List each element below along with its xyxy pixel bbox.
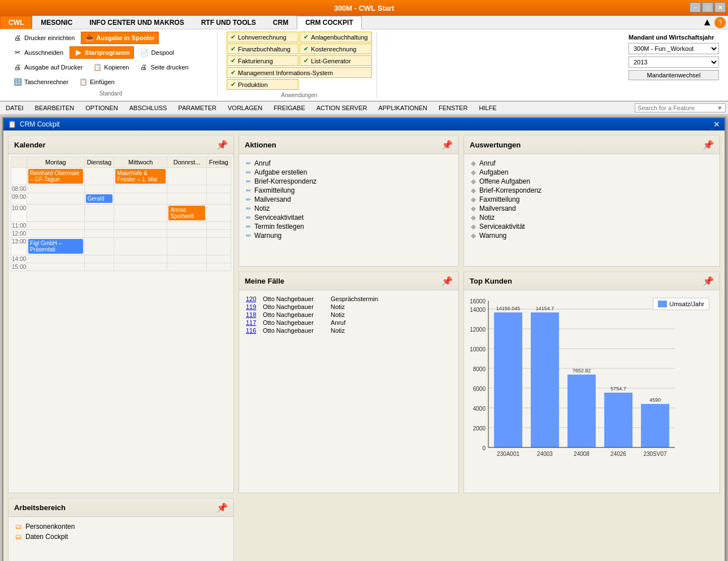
list-item[interactable]: ✏Anruf	[246, 159, 452, 168]
cal-header-mittwoch: Mittwoch	[114, 157, 167, 168]
menu-fenster[interactable]: FENSTER	[433, 103, 473, 113]
menu-parameter[interactable]: PARAMETER	[172, 103, 222, 113]
search-input[interactable]	[638, 105, 717, 111]
lohnverrechnung-button[interactable]: ✔ Lohnverrechnung	[227, 32, 298, 42]
search-dropdown-icon[interactable]: ▼	[717, 105, 723, 111]
list-item[interactable]: ✏Warnung	[246, 231, 452, 240]
list-item[interactable]: ◆Offene Aufgaben	[471, 177, 713, 186]
cal-event[interactable]: Maierhofe & Fessler – 1. Mai	[115, 169, 166, 184]
ausschneiden-button[interactable]: ✂Ausschneiden	[9, 46, 67, 59]
seite-drucken-button[interactable]: 🖨Seite drucken	[135, 61, 192, 73]
arbeitsbereich-pin[interactable]: 📌	[216, 502, 228, 513]
list-item[interactable]: ✏Serviceaktivitaet	[246, 213, 452, 222]
menu-action-server[interactable]: ACTION SERVER	[311, 103, 373, 113]
menu-datei[interactable]: DATEI	[0, 103, 29, 113]
menu-optionen[interactable]: OPTIONEN	[80, 103, 123, 113]
tab-crm-cockpit[interactable]: CRM COCKPIT	[297, 16, 362, 29]
menu-hilfe[interactable]: HILFE	[473, 103, 502, 113]
list-item[interactable]: ◆Warnung	[471, 231, 713, 240]
list-item[interactable]: ◆Brief-Korrespondenz	[471, 186, 713, 195]
list-item[interactable]: ◆Anruf	[471, 159, 713, 168]
svg-text:24008: 24008	[574, 451, 590, 457]
list-item[interactable]: ✏Faxmitteilung	[246, 186, 452, 195]
bar-2[interactable]	[567, 375, 596, 447]
list-item[interactable]: ◆Mailversand	[471, 204, 713, 213]
bar-0[interactable]	[494, 312, 522, 447]
list-item[interactable]: 🗂 Daten Cockpit	[15, 532, 227, 542]
list-item[interactable]: ◆Serviceaktivität	[471, 222, 713, 231]
aktionen-pin[interactable]: 📌	[441, 140, 453, 150]
bar-1[interactable]	[531, 312, 559, 447]
cal-cell	[84, 205, 114, 222]
menu-abschluss[interactable]: ABSCHLUSS	[124, 103, 173, 113]
menu-freigabe[interactable]: FREIGABE	[268, 103, 311, 113]
mgmt-info-button[interactable]: ✔ Management Informations-System	[227, 67, 372, 78]
list-item[interactable]: ◆Notiz	[471, 213, 713, 222]
ausgabe-spooler-button[interactable]: 📤Ausgabe in Spooler	[81, 32, 158, 44]
cal-event[interactable]: Figl GmbH – Präsentati	[28, 239, 83, 254]
crm-grid: Aktionen 📌 ✏Anruf ✏Aufgabe erstellen ✏Br…	[8, 135, 720, 561]
kopieren-button[interactable]: 📋Kopieren	[89, 61, 133, 73]
list-item[interactable]: ✏Mailversand	[246, 195, 452, 204]
list-generator-button[interactable]: ✔ List-Generator	[300, 55, 371, 66]
year-select[interactable]: 2013	[629, 56, 719, 68]
top-kunden-pin[interactable]: 📌	[703, 276, 714, 286]
menu-applikationen[interactable]: APPLIKATIONEN	[372, 103, 433, 113]
tab-info-center[interactable]: INFO CENTER UND MAKROS	[81, 16, 192, 29]
finanzbuchhaltung-button[interactable]: ✔ Finanzbuchhaltung	[227, 44, 298, 54]
list-item[interactable]: ✏Brief-Korrespondenz	[246, 177, 452, 186]
kalender-pin[interactable]: 📌	[216, 140, 228, 150]
list-item[interactable]: ✏Notiz	[246, 204, 452, 213]
faelle-row[interactable]: 117 Otto Nachgebauer Anruf	[246, 319, 452, 327]
tab-crm[interactable]: CRM	[265, 16, 297, 29]
faelle-pin[interactable]: 📌	[441, 276, 453, 286]
dialog-title: CRM Cockpit	[20, 120, 60, 128]
cal-event[interactable]: Gerald	[86, 194, 112, 203]
list-item[interactable]: ◆Faxmitteilung	[471, 195, 713, 204]
startprogramm-button[interactable]: ▶Startprogramm	[70, 46, 133, 59]
company-select[interactable]: 300M - Fun _Workout	[629, 43, 719, 54]
arbeitsbereich-header: Arbeitsbereich 📌	[8, 499, 233, 517]
ribbon-up-button[interactable]: ▲	[702, 16, 712, 28]
title-bar: 300M - CWL Start ─ □ ✕	[0, 0, 728, 16]
svg-text:5754.7: 5754.7	[610, 386, 626, 392]
minimize-button[interactable]: ─	[690, 2, 701, 12]
list-item[interactable]: ◆Aufgaben	[471, 168, 713, 177]
ausgabe-drucker-button[interactable]: 🖨Ausgabe auf Drucker	[9, 61, 86, 73]
menu-vorlagen[interactable]: VORLAGEN	[222, 103, 268, 113]
mandantenwechsel-button[interactable]: Mandantenwechsel	[629, 70, 719, 80]
kostenrechnung-button[interactable]: ✔ Kostenrechnung	[300, 44, 371, 54]
faelle-row[interactable]: 116 Otto Nachgebauer Notiz	[246, 327, 452, 334]
faelle-row[interactable]: 119 Otto Nachgebauer Notiz	[246, 303, 452, 311]
tab-mesonic[interactable]: MESONIC	[32, 16, 81, 29]
help-button[interactable]: ?	[714, 17, 726, 28]
tab-cwl[interactable]: CWL	[0, 16, 32, 29]
cal-event[interactable]: Reinhard Obermaie – GF-Tagun	[28, 169, 83, 184]
close-button[interactable]: ✕	[714, 2, 726, 12]
auswertungen-header: Auswertungen 📌	[464, 136, 720, 154]
drucker-einrichten-button[interactable]: 🖨Drucker einrichten	[9, 32, 79, 44]
faelle-row[interactable]: 120 Otto Nachgebauer Gesprächstermin	[246, 295, 452, 303]
bar-3[interactable]	[604, 393, 632, 447]
menu-bearbeiten[interactable]: BEARBEITEN	[29, 103, 80, 113]
cal-cell: Gerald	[84, 193, 114, 205]
tab-rtf-tools[interactable]: RTF UND TOOLS	[193, 16, 265, 29]
produktion-button[interactable]: ✔ Produktion	[227, 79, 298, 90]
maximize-button[interactable]: □	[702, 2, 713, 12]
cal-event[interactable]: Annas Sportwelt	[168, 206, 205, 220]
fakturierung-button[interactable]: ✔ Fakturierung	[227, 55, 298, 66]
taschenrechner-button[interactable]: 🔢Taschenrechner	[9, 76, 72, 88]
dialog-close-button[interactable]: ✕	[713, 120, 720, 129]
list-item[interactable]: 🗂 Personenkonten	[15, 521, 227, 532]
despool-button[interactable]: 📄Despool	[136, 46, 178, 59]
einfuegen-button[interactable]: 📋Einfügen	[75, 76, 118, 88]
faelle-row[interactable]: 118 Otto Nachgebauer Notiz	[246, 311, 452, 319]
list-item[interactable]: ✏Aufgabe erstellen	[246, 168, 452, 177]
auswertungen-pin[interactable]: 📌	[703, 140, 714, 150]
list-item[interactable]: ✏Termin festlegen	[246, 222, 452, 231]
case-person: Otto Nachgebauer	[263, 311, 331, 318]
cal-time-cell	[11, 168, 27, 185]
svg-text:7652.82: 7652.82	[573, 368, 591, 373]
bar-4[interactable]	[641, 404, 669, 447]
anlagenbuchhaltung-button[interactable]: ✔ Anlagenbuchhaltung	[300, 32, 371, 42]
